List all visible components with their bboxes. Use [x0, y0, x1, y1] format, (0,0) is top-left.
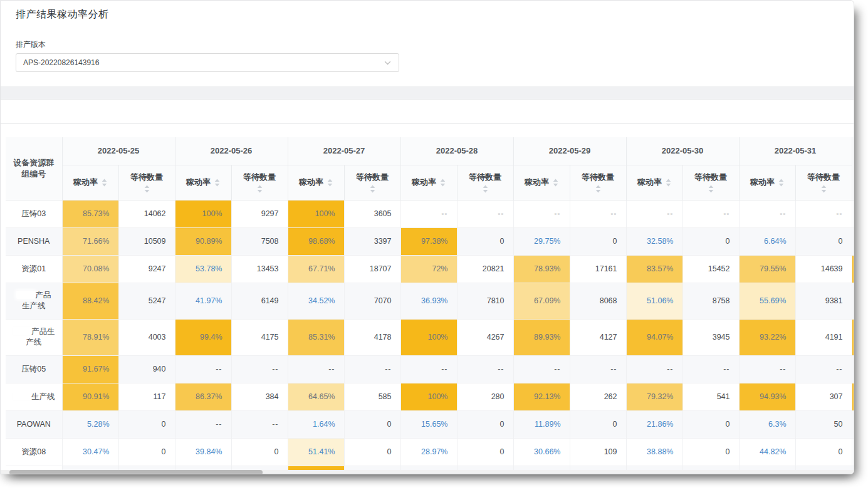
wait-sort-header[interactable]: 等待数量 [682, 165, 739, 200]
rate-cell [739, 466, 795, 470]
rate-sort-header[interactable]: 稼动率 [739, 165, 795, 200]
rate-cell: 36.93% [400, 283, 457, 319]
rate-cell: 64.65% [288, 383, 344, 410]
rate-cell: 79.55% [739, 255, 795, 283]
wait-cell: 0 [682, 227, 739, 255]
wait-cell: 4191 [795, 319, 852, 355]
sort-icon[interactable] [144, 185, 150, 193]
sort-icon[interactable] [370, 185, 375, 193]
empty-toolbar-section [1, 100, 854, 124]
wait-sort-header[interactable]: 等待数量 [231, 165, 288, 200]
clipped-edge-cell [852, 438, 854, 466]
wait-cell: 940 [118, 355, 175, 383]
sort-icon[interactable] [483, 185, 488, 193]
rate-cell: 29.75% [513, 227, 570, 255]
rate-cell: 34.52% [288, 283, 344, 319]
wait-cell: 585 [344, 383, 400, 410]
wait-cell: 384 [231, 383, 288, 410]
wait-cell: 280 [457, 383, 513, 410]
wait-cell: 0 [795, 227, 852, 255]
sort-icon[interactable] [666, 179, 671, 187]
date-header-2022-05-27: 2022-05-27 [288, 137, 400, 165]
resource-group-name: PENSHA [6, 227, 62, 255]
sort-icon[interactable] [214, 179, 220, 187]
rate-cell: 15.65% [400, 410, 457, 438]
sort-icon[interactable] [440, 179, 446, 187]
resource-group-name: 产品生产线 [6, 319, 62, 355]
horizontal-scrollbar-thumb[interactable] [9, 470, 263, 474]
table-row: 产品生产线88.42%524741.97%614934.52%707036.93… [6, 283, 854, 319]
wait-cell: 0 [118, 410, 175, 438]
wait-cell: 0 [795, 438, 852, 466]
rate-cell: 90.91% [62, 383, 118, 410]
rate-sort-header[interactable]: 稼动率 [62, 165, 118, 200]
sort-icon[interactable] [778, 179, 784, 187]
rate-cell: 94.93% [739, 383, 795, 410]
wait-cell: 17161 [570, 255, 626, 283]
table-row: 压铸0591.67%940------------------------ [6, 355, 854, 383]
sort-icon[interactable] [595, 185, 601, 193]
rate-cell: 100% [400, 383, 457, 410]
clipped-edge-cell [852, 466, 854, 470]
wait-sort-header[interactable]: 等待数量 [118, 165, 175, 200]
rate-cell: -- [513, 200, 570, 227]
resource-group-name: 压铸05 [6, 355, 62, 383]
horizontal-scrollbar[interactable] [1, 470, 854, 474]
table-row: PAOWAN5.28%0----1.64%015.65%011.89%021.8… [6, 410, 854, 438]
rate-sort-header[interactable]: 稼动率 [288, 165, 344, 200]
wait-cell: 13453 [231, 255, 288, 283]
partial-table-row [6, 466, 854, 470]
date-header-2022-05-25: 2022-05-25 [62, 137, 175, 165]
rate-cell: 21.86% [626, 410, 682, 438]
rate-cell: -- [400, 355, 457, 383]
version-select[interactable]: APS-20220826143916 [16, 53, 399, 72]
rate-cell: 51.06% [626, 283, 682, 319]
rate-cell: 39.84% [175, 438, 231, 466]
rate-cell: -- [739, 200, 795, 227]
rate-sort-header[interactable]: 稼动率 [400, 165, 457, 200]
sort-icon[interactable] [257, 185, 263, 193]
rate-cell: 89.93% [513, 319, 570, 355]
section-divider-strip [1, 86, 854, 100]
sort-icon[interactable] [102, 179, 107, 187]
wait-cell: 4127 [570, 319, 626, 355]
rate-cell [62, 466, 118, 470]
wait-cell: -- [457, 355, 513, 383]
rate-sort-header[interactable]: 稼动率 [175, 165, 231, 200]
date-header-2022-05-26: 2022-05-26 [175, 137, 288, 165]
wait-cell: 7070 [344, 283, 400, 319]
rate-cell [288, 466, 344, 470]
rate-cell: 5.28% [62, 410, 118, 438]
resource-group-name: 资源01 [6, 255, 62, 283]
wait-cell: 8758 [682, 283, 739, 319]
wait-sort-header[interactable]: 等待数量 [344, 165, 400, 200]
rate-cell: 72% [400, 255, 457, 283]
rate-cell: 92.13% [513, 383, 570, 410]
resource-group-name: 资源08 [6, 438, 62, 466]
rate-cell: -- [400, 200, 457, 227]
rate-cell: 85.31% [288, 319, 344, 355]
rate-sort-header[interactable]: 稼动率 [626, 165, 682, 200]
sort-icon[interactable] [327, 179, 333, 187]
sort-icon[interactable] [553, 179, 558, 187]
wait-cell: 3605 [344, 200, 400, 227]
wait-cell: -- [682, 355, 739, 383]
wait-sort-header[interactable]: 等待数量 [570, 165, 626, 200]
rate-cell: 94.07% [626, 319, 682, 355]
rate-sort-header[interactable]: 稼动率 [513, 165, 570, 200]
wait-cell: 4267 [457, 319, 513, 355]
clipped-next-date-header [852, 137, 854, 200]
table-row: 压铸0385.73%14062100%9297100%3605---------… [6, 200, 854, 227]
sort-icon[interactable] [708, 185, 714, 193]
wait-sort-header[interactable]: 等待数量 [457, 165, 513, 200]
filter-label: 排产版本 [16, 39, 46, 50]
rate-cell: 55.69% [739, 283, 795, 319]
wait-cell: 9381 [795, 283, 852, 319]
table-row: PENSHA71.66%1050990.89%750898.68%339797.… [6, 227, 854, 255]
sort-icon[interactable] [821, 185, 827, 193]
wait-sort-header[interactable]: 等待数量 [795, 165, 852, 200]
clipped-edge-cell [852, 355, 854, 383]
wait-cell: -- [570, 200, 626, 227]
wait-cell [344, 466, 400, 470]
wait-cell: 4175 [231, 319, 288, 355]
